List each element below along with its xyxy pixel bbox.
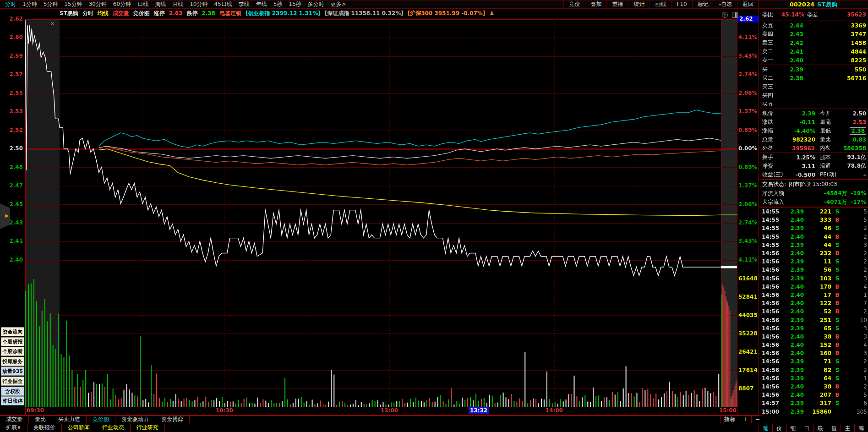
period-tab-更多>[interactable]: 更多> — [328, 0, 349, 8]
info-segment[interactable]: 电器连锁 — [219, 10, 241, 17]
trade-tab-价[interactable]: 价 — [773, 424, 786, 432]
side-button-放量935[interactable]: 放量935 — [1, 366, 24, 376]
orderbook-row-卖一[interactable]: 卖一2.408225 — [759, 56, 868, 65]
indicator-controls: 指标 + − — [720, 416, 764, 423]
period-tab-1分钟[interactable]: 1分钟 — [19, 0, 40, 8]
tick-volume: 46 — [804, 225, 831, 231]
zoom-out-button[interactable]: − — [751, 416, 764, 423]
period-tab-5秒[interactable]: 5秒 — [270, 0, 286, 8]
side-button-个股诊断[interactable]: 个股诊断 — [1, 347, 24, 356]
tick-price: 2.39 — [782, 358, 804, 365]
orderbook-row-买二[interactable]: 买二2.3856716 — [759, 74, 868, 82]
tick-side: B — [831, 217, 843, 223]
bottom-tab-量比[interactable]: 量比 — [29, 416, 52, 423]
period-tab-日线[interactable]: 日线 — [134, 0, 152, 8]
tick-volume: 15860 — [804, 409, 831, 415]
price-axis-label: 2.52 — [0, 127, 23, 133]
percent-axis-label: 4.11% — [738, 257, 759, 263]
trade-tab-主[interactable]: 主 — [841, 424, 855, 432]
period-tab-15秒[interactable]: 15秒 — [285, 0, 304, 8]
tick-time: 14:55 — [759, 242, 782, 248]
period-tab-45日线[interactable]: 45日线 — [211, 0, 235, 8]
bottom-tab-买卖力道[interactable]: 买卖力道 — [52, 416, 87, 423]
period-tab-5分钟[interactable]: 5分钟 — [40, 0, 61, 8]
tick-price: 2.39 — [782, 242, 804, 248]
bottom-tab-关联报价[interactable]: 关联报价 — [27, 424, 62, 432]
trade-tab-筹[interactable]: 筹 — [855, 424, 868, 432]
bottom-tab-行业动态[interactable]: 行业动态 — [96, 424, 131, 432]
orderbook-row-卖四[interactable]: 卖四2.433747 — [759, 30, 868, 38]
side-button-资金流向[interactable]: 资金流向 — [1, 327, 24, 336]
trade-tick-list[interactable]: 14:552.39221S514:552.40333B514:552.3946S… — [759, 208, 868, 416]
info-segment[interactable]: 成交量 — [113, 10, 129, 17]
period-tab-季线[interactable]: 季线 — [235, 0, 253, 8]
scroll-up-icon[interactable]: ↑ — [722, 12, 728, 18]
bottom-tab-公司新闻[interactable]: 公司新闻 — [62, 424, 96, 432]
bottom-tab-资金博弈[interactable]: 资金博弈 — [155, 416, 190, 423]
period-tab-10分钟[interactable]: 10分钟 — [186, 0, 211, 8]
info-segment[interactable]: [创业板指 2399.12 1.31%] — [246, 10, 321, 17]
tick-volume: 160 — [804, 350, 831, 356]
side-button-个股研报[interactable]: 个股研报 — [1, 337, 24, 346]
toolbar-button-统计[interactable]: 统计 — [628, 0, 650, 8]
stock-code: 002024 — [790, 1, 814, 8]
toolbar-button-竞价[interactable]: 竞价 — [563, 0, 585, 8]
money-flow-row: 大宗流入-4071万-17% — [759, 198, 868, 207]
tick-price: 2.40 — [782, 308, 804, 315]
orderbook-row-买一[interactable]: 买一2.39550 — [759, 65, 868, 74]
bottom-tab-扩展∧[interactable]: 扩展∧ — [0, 424, 27, 432]
bottom-tab-竞价图[interactable]: 竞价图 — [87, 416, 115, 423]
orderbook-row-卖三[interactable]: 卖三2.421458 — [759, 38, 868, 47]
bottom-tab-资金驱动力[interactable]: 资金驱动力 — [115, 416, 155, 423]
info-segment[interactable]: 竞价图 — [133, 10, 150, 17]
orderbook-row-买四[interactable]: 买四 — [759, 91, 868, 100]
tick-price: 2.39 — [782, 409, 804, 415]
tick-price: 2.40 — [782, 383, 804, 390]
pin-icon[interactable]: ♟ — [489, 10, 494, 16]
period-tab-60分钟[interactable]: 60分钟 — [110, 0, 134, 8]
volume-axis-label: 8807 — [738, 385, 759, 392]
bottom-tab-成交量[interactable]: 成交量 — [0, 416, 29, 423]
price-axis-label: 2.53 — [0, 108, 23, 115]
period-tab-月线[interactable]: 月线 — [169, 0, 186, 8]
orderbook-row-卖五[interactable]: 卖五2.443369 — [759, 21, 868, 30]
side-button-行业掘金[interactable]: 行业掘金 — [1, 377, 24, 386]
info-segment[interactable]: [深证成指 11358.11 0.32%] — [325, 10, 404, 17]
side-button-含权股[interactable]: 含权股 — [1, 387, 24, 396]
period-tab-周线[interactable]: 周线 — [152, 0, 169, 8]
info-segment[interactable]: [沪深300 3951.99 -0.07%] — [408, 10, 486, 17]
toolbar-button--自选[interactable]: -自选 — [714, 0, 737, 8]
toolbar-button-画线[interactable]: 画线 — [650, 0, 671, 8]
orderbook-row-卖二[interactable]: 卖二2.414844 — [759, 47, 868, 56]
trade-tick-row: 14:562.3971S2 — [759, 357, 868, 366]
period-tab-年线[interactable]: 年线 — [253, 0, 270, 8]
trade-tab-联[interactable]: 联 — [814, 424, 828, 432]
zoom-in-button[interactable]: + — [739, 416, 751, 423]
toolbar-button-标记[interactable]: 标记 — [692, 0, 714, 8]
split-panel-icon[interactable]: ▐ — [732, 12, 738, 18]
orderbook-row-买三[interactable]: 买三 — [759, 82, 868, 91]
side-button-昨日涨停[interactable]: 昨日涨停 — [1, 396, 24, 405]
info-segment[interactable]: 均线 — [98, 10, 109, 17]
close-overlay-icon[interactable]: ✕ — [50, 21, 55, 27]
trade-tab-笔[interactable]: 笔 — [759, 424, 773, 432]
side-button-投顾服务[interactable]: 投顾服务 — [1, 357, 24, 366]
trade-tick-row: 14:562.39251S10 — [759, 316, 868, 324]
period-tab-多分时[interactable]: 多分时 — [305, 0, 328, 8]
timeshare-chart-canvas[interactable] — [0, 19, 759, 416]
trade-tab-值[interactable]: 值 — [827, 424, 841, 432]
bottom-tab-行业研究[interactable]: 行业研究 — [131, 424, 165, 432]
orderbook-row-买五[interactable]: 买五 — [759, 100, 868, 109]
period-tab-15分钟[interactable]: 15分钟 — [61, 0, 85, 8]
tick-volume: 178 — [804, 284, 831, 290]
trade-tab-细[interactable]: 细 — [786, 424, 800, 432]
quote-label: 收益(三) — [759, 171, 783, 179]
toolbar-button-返回[interactable]: 返回 — [737, 0, 759, 8]
indicator-button[interactable]: 指标 — [720, 416, 739, 423]
trade-tab-日[interactable]: 日 — [800, 424, 814, 432]
toolbar-button-重播[interactable]: 重播 — [606, 0, 628, 8]
toolbar-button-叠加[interactable]: 叠加 — [585, 0, 606, 8]
period-tab-30分钟[interactable]: 30分钟 — [86, 0, 110, 8]
toolbar-button-F10[interactable]: F10 — [671, 0, 692, 8]
period-tab-分时[interactable]: 分时 — [2, 0, 19, 8]
